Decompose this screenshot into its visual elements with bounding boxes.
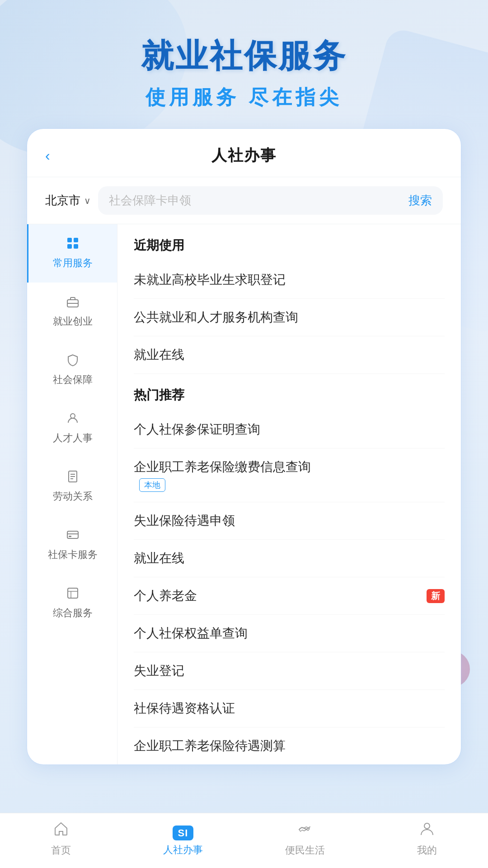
sidebar: 常用服务 就业创业 社会保障 [27,224,117,764]
sidebar-item-card[interactable]: 社保卡服务 [27,516,117,574]
search-button[interactable]: 搜索 [408,193,432,208]
nav-item-mine[interactable]: 我的 [382,821,472,857]
card-title: 人社办事 [211,145,277,166]
profile-icon [419,821,435,841]
sidebar-label-common: 常用服务 [53,256,93,270]
svg-point-6 [70,414,75,418]
item-text: 企业职工养老保险缴费信息查询 [134,458,311,476]
bottom-nav: 首页 SI 人社办事 便民生活 我的 [0,813,488,868]
nav-item-home[interactable]: 首页 [16,821,106,857]
list-item[interactable]: 企业职工养老保险待遇测算 [134,727,445,764]
card-header: ‹ 人社办事 [27,129,461,177]
list-item[interactable]: 失业登记 [134,652,445,690]
item-text: 公共就业和人才服务机构查询 [134,309,298,326]
svg-rect-3 [74,244,78,249]
section-header-hot: 热门推荐 [134,374,445,411]
sidebar-item-employment[interactable]: 就业创业 [27,283,117,341]
sidebar-item-talent[interactable]: 人才人事 [27,399,117,458]
list-item[interactable]: 企业职工养老保险缴费信息查询 本地 [134,448,445,502]
svg-rect-1 [74,238,78,242]
search-bar-row: 北京市 ∨ 社会保障卡申领 搜索 [27,177,461,224]
item-text: 社保待遇资格认证 [134,700,235,717]
list-item[interactable]: 个人社保权益单查询 [134,615,445,652]
item-with-badge: 企业职工养老保险缴费信息查询 本地 [134,458,311,492]
list-item[interactable]: 公共就业和人才服务机构查询 [134,299,445,336]
svg-rect-13 [69,536,71,537]
home-icon [53,821,69,841]
briefcase-icon [66,295,79,311]
sidebar-label-social: 社会保障 [53,373,93,387]
card-icon [66,528,79,544]
svg-point-17 [424,823,430,829]
right-content: 近期使用 未就业高校毕业生求职登记 公共就业和人才服务机构查询 就业在线 热门推… [117,224,461,764]
document-icon [66,470,79,486]
grid-icon [66,237,79,253]
search-placeholder: 社会保障卡申领 [109,193,403,208]
list-item[interactable]: 社保待遇资格认证 [134,690,445,727]
hero-section: 就业社保服务 使用服务 尽在指尖 [0,0,488,129]
nav-label-affairs: 人社办事 [163,843,203,857]
list-item[interactable]: 未就业高校毕业生求职登记 [134,261,445,299]
city-name: 北京市 [45,193,80,208]
main-card: ‹ 人社办事 北京市 ∨ 社会保障卡申领 搜索 [27,129,461,764]
hero-title: 就业社保服务 [0,36,488,75]
back-button[interactable]: ‹ [45,147,50,164]
shield-icon [66,354,79,369]
list-item[interactable]: 就业在线 [134,336,445,374]
nav-label-home: 首页 [51,844,71,857]
handshake-icon [297,821,313,841]
nav-item-affairs[interactable]: SI 人社办事 [138,821,228,857]
item-text: 个人社保参保证明查询 [134,421,260,438]
item-text: 就业在线 [134,346,184,363]
nav-label-mine: 我的 [417,844,437,857]
item-text: 失业保险待遇申领 [134,512,235,529]
settings-icon [66,587,79,603]
svg-rect-2 [67,244,72,249]
list-item[interactable]: 个人养老金 新 [134,577,445,615]
item-text: 企业职工养老保险待遇测算 [134,737,286,755]
item-text: 个人养老金 [134,587,197,604]
svg-rect-11 [67,531,78,538]
city-selector[interactable]: 北京市 ∨ [45,193,91,208]
section-header-recent: 近期使用 [134,224,445,261]
search-input-wrap[interactable]: 社会保障卡申领 搜索 [98,186,443,215]
nav-label-life: 便民生活 [285,844,325,857]
content-layout: 常用服务 就业创业 社会保障 [27,224,461,764]
svg-rect-14 [68,588,78,598]
sidebar-item-general[interactable]: 综合服务 [27,574,117,632]
item-text: 失业登记 [134,662,184,679]
sidebar-item-social[interactable]: 社会保障 [27,341,117,399]
list-item[interactable]: 失业保险待遇申领 [134,502,445,540]
list-item[interactable]: 就业在线 [134,540,445,577]
sidebar-label-labor: 劳动关系 [53,490,93,503]
list-item[interactable]: 个人社保参保证明查询 [134,411,445,448]
svg-rect-0 [67,238,72,242]
item-text: 未就业高校毕业生求职登记 [134,271,286,288]
item-text: 个人社保权益单查询 [134,625,248,642]
hero-subtitle: 使用服务 尽在指尖 [0,84,488,111]
badge-row: 本地 [134,478,311,492]
sidebar-label-card: 社保卡服务 [48,548,98,561]
local-badge: 本地 [139,478,165,492]
sidebar-label-talent: 人才人事 [53,431,93,445]
chevron-down-icon: ∨ [84,195,91,206]
new-badge: 新 [427,589,445,603]
sidebar-label-general: 综合服务 [53,606,93,620]
sidebar-label-employment: 就业创业 [53,315,93,328]
item-text: 就业在线 [134,550,184,567]
nav-item-life[interactable]: 便民生活 [260,821,350,857]
sidebar-item-common[interactable]: 常用服务 [27,224,117,283]
person-icon [66,412,79,428]
sidebar-item-labor[interactable]: 劳动关系 [27,458,117,516]
affairs-icon: SI [173,821,194,840]
